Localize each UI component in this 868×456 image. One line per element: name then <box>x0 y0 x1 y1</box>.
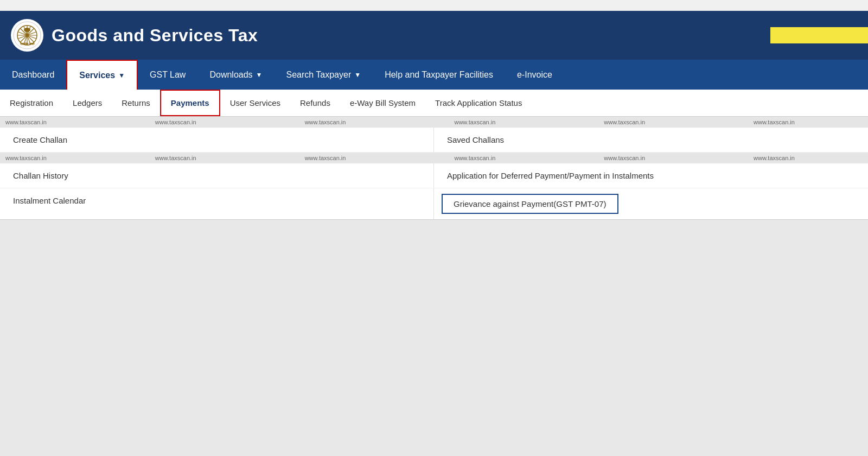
nav-dashboard[interactable]: Dashboard <box>0 60 66 90</box>
challan-history-item[interactable]: Challan History <box>0 163 434 188</box>
grievance-wrapper: Grievance against Payment(GST PMT-07) <box>434 188 868 219</box>
watermark-1d: www.taxscan.in <box>454 119 495 125</box>
deferred-payment-item[interactable]: Application for Deferred Payment/Payment… <box>434 163 868 188</box>
services-dropdown-arrow: ▼ <box>118 72 125 79</box>
logo-emblem: सत्यमेव जयते <box>11 19 43 52</box>
subnav-track-status[interactable]: Track Application Status <box>425 90 532 116</box>
site-title: Goods and Services Tax <box>52 26 258 46</box>
search-taxpayer-dropdown-arrow: ▼ <box>354 71 361 79</box>
instalment-calendar-item[interactable]: Instalment Calendar <box>0 188 434 219</box>
nav-help[interactable]: Help and Taxpayer Facilities <box>373 60 505 90</box>
nav-downloads[interactable]: Downloads ▼ <box>197 60 274 90</box>
nav-einvoice[interactable]: e-Invoice <box>505 60 564 90</box>
top-band <box>0 0 868 11</box>
nav-services-label: Services <box>79 71 115 80</box>
subnav-eway-bill[interactable]: e-Way Bill System <box>340 90 425 116</box>
watermark-2a: www.taxscan.in <box>5 155 47 161</box>
nav-downloads-label: Downloads <box>209 70 252 80</box>
create-challan-item[interactable]: Create Challan <box>0 128 434 152</box>
watermark-1a: www.taxscan.in <box>5 119 47 125</box>
watermark-row-2: www.taxscan.in www.taxscan.in www.taxsca… <box>0 153 868 163</box>
nav-services[interactable]: Services ▼ <box>66 60 138 90</box>
dropdown-area: www.taxscan.in www.taxscan.in www.taxsca… <box>0 117 868 220</box>
watermark-2e: www.taxscan.in <box>604 155 645 161</box>
watermark-2c: www.taxscan.in <box>305 155 346 161</box>
nav-gst-law[interactable]: GST Law <box>138 60 197 90</box>
watermark-1c: www.taxscan.in <box>305 119 346 125</box>
secondary-nav: Registration Ledgers Returns Payments Us… <box>0 90 868 117</box>
nav-search-taxpayer[interactable]: Search Taxpayer ▼ <box>274 60 373 90</box>
downloads-dropdown-arrow: ▼ <box>256 71 263 79</box>
nav-search-taxpayer-label: Search Taxpayer <box>286 70 351 80</box>
watermark-1f: www.taxscan.in <box>754 119 795 125</box>
watermark-2b: www.taxscan.in <box>155 155 196 161</box>
watermark-1e: www.taxscan.in <box>604 119 645 125</box>
subnav-payments[interactable]: Payments <box>160 90 220 116</box>
dropdown-row-1: Create Challan Saved Challans <box>0 128 868 153</box>
subnav-returns[interactable]: Returns <box>112 90 160 116</box>
subnav-refunds[interactable]: Refunds <box>290 90 340 116</box>
main-content <box>0 220 868 383</box>
watermark-2f: www.taxscan.in <box>754 155 795 161</box>
site-header: सत्यमेव जयते Goods and Services Tax <box>0 11 868 60</box>
header-banner <box>770 27 868 43</box>
watermark-2d: www.taxscan.in <box>454 155 495 161</box>
watermark-1b: www.taxscan.in <box>155 119 196 125</box>
subnav-user-services[interactable]: User Services <box>220 90 290 116</box>
logo-area: सत्यमेव जयते Goods and Services Tax <box>11 19 258 52</box>
dropdown-row-2: Challan History Application for Deferred… <box>0 163 868 188</box>
subnav-ledgers[interactable]: Ledgers <box>63 90 112 116</box>
dropdown-row-3: Instalment Calendar Grievance against Pa… <box>0 188 868 219</box>
emblem-svg: सत्यमेव जयते <box>13 21 41 49</box>
svg-point-11 <box>24 28 30 32</box>
subnav-registration[interactable]: Registration <box>0 90 63 116</box>
saved-challans-item[interactable]: Saved Challans <box>434 128 868 152</box>
svg-text:सत्यमेव जयते: सत्यमेव जयते <box>20 42 35 46</box>
watermark-row-1: www.taxscan.in www.taxscan.in www.taxsca… <box>0 117 868 128</box>
primary-nav: Dashboard Services ▼ GST Law Downloads ▼… <box>0 60 868 90</box>
grievance-payment-item[interactable]: Grievance against Payment(GST PMT-07) <box>442 194 618 214</box>
